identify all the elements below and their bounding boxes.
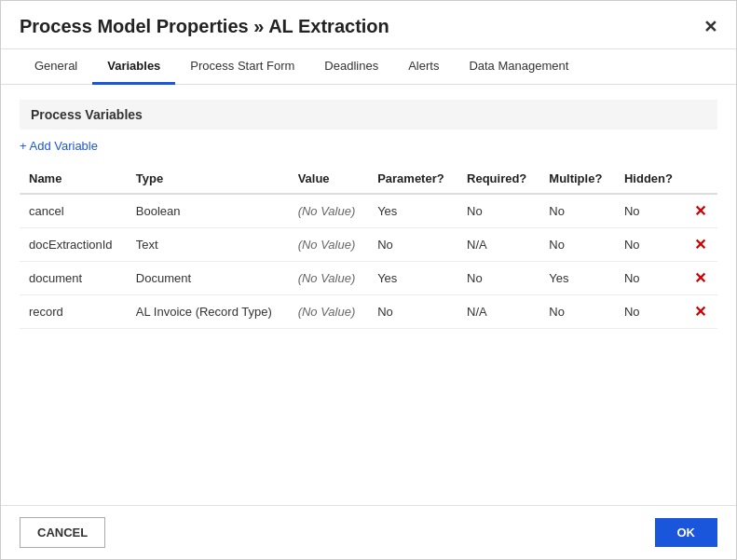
cell-2-5: Yes xyxy=(539,262,615,295)
cell-1-2: (No Value) xyxy=(289,228,369,262)
cell-2-2: (No Value) xyxy=(289,262,369,295)
col-header-1: Type xyxy=(127,164,289,194)
cell-3-4: N/A xyxy=(457,295,539,329)
tab-bar: GeneralVariablesProcess Start FormDeadli… xyxy=(1,49,736,85)
variables-table: NameTypeValueParameter?Required?Multiple… xyxy=(20,164,717,329)
cell-3-5: No xyxy=(539,295,615,329)
delete-row-button-3[interactable]: ✕ xyxy=(694,303,706,321)
ok-button[interactable]: OK xyxy=(655,518,718,547)
cell-0-3: Yes xyxy=(368,194,457,228)
tab-variables[interactable]: Variables xyxy=(92,49,175,85)
tab-data-management[interactable]: Data Management xyxy=(454,49,583,85)
table-row: recordAL Invoice (Record Type)(No Value)… xyxy=(20,295,717,329)
cell-3-3: No xyxy=(368,295,457,329)
cell-2-1: Document xyxy=(127,262,289,295)
cell-0-4: No xyxy=(457,194,539,228)
col-header-7 xyxy=(685,164,717,194)
table-body: cancelBoolean(No Value)YesNoNoNo✕docExtr… xyxy=(20,194,717,329)
modal-footer: CANCEL OK xyxy=(1,505,736,559)
section-title: Process Variables xyxy=(20,100,717,130)
modal-body: Process Variables + Add Variable NameTyp… xyxy=(1,85,736,505)
cell-0-0[interactable]: cancel xyxy=(20,194,127,228)
delete-row-button-2[interactable]: ✕ xyxy=(694,269,706,287)
cell-1-5: No xyxy=(539,228,615,262)
cell-1-6: No xyxy=(615,228,685,262)
cell-0-5: No xyxy=(539,194,615,228)
cell-3-6: No xyxy=(615,295,685,329)
col-header-2: Value xyxy=(289,164,369,194)
tab-deadlines[interactable]: Deadlines xyxy=(309,49,393,85)
cell-2-4: No xyxy=(457,262,539,295)
delete-row-button-0[interactable]: ✕ xyxy=(694,202,706,220)
tab-process-start-form[interactable]: Process Start Form xyxy=(175,49,309,85)
header-row: NameTypeValueParameter?Required?Multiple… xyxy=(20,164,717,194)
cell-0-6: No xyxy=(615,194,685,228)
cell-2-0[interactable]: document xyxy=(20,262,127,295)
col-header-0: Name xyxy=(20,164,127,194)
delete-cell-3: ✕ xyxy=(685,295,717,329)
cell-1-1: Text xyxy=(127,228,289,262)
cell-1-3: No xyxy=(368,228,457,262)
cell-0-2: (No Value) xyxy=(289,194,369,228)
cell-1-4: N/A xyxy=(457,228,539,262)
table-row: documentDocument(No Value)YesNoYesNo✕ xyxy=(20,262,717,295)
delete-cell-2: ✕ xyxy=(685,262,717,295)
col-header-3: Parameter? xyxy=(368,164,457,194)
cell-0-1: Boolean xyxy=(127,194,289,228)
cell-2-6: No xyxy=(615,262,685,295)
table-row: docExtractionIdText(No Value)NoN/ANoNo✕ xyxy=(20,228,717,262)
cell-3-2: (No Value) xyxy=(289,295,369,329)
delete-cell-0: ✕ xyxy=(685,194,717,228)
cell-2-3: Yes xyxy=(368,262,457,295)
table-header: NameTypeValueParameter?Required?Multiple… xyxy=(20,164,717,194)
tab-alerts[interactable]: Alerts xyxy=(393,49,454,85)
cell-3-1: AL Invoice (Record Type) xyxy=(127,295,289,329)
col-header-6: Hidden? xyxy=(615,164,685,194)
cell-3-0[interactable]: record xyxy=(20,295,127,329)
col-header-4: Required? xyxy=(457,164,539,194)
modal-title: Process Model Properties » AL Extraction xyxy=(20,16,389,37)
close-button[interactable]: ✕ xyxy=(703,17,717,37)
add-variable-button[interactable]: + Add Variable xyxy=(20,139,98,153)
modal-header: Process Model Properties » AL Extraction… xyxy=(1,1,736,49)
modal: Process Model Properties » AL Extraction… xyxy=(0,0,737,560)
col-header-5: Multiple? xyxy=(539,164,615,194)
tab-general[interactable]: General xyxy=(20,49,92,85)
cancel-button[interactable]: CANCEL xyxy=(20,517,105,548)
delete-row-button-1[interactable]: ✕ xyxy=(694,236,706,253)
delete-cell-1: ✕ xyxy=(685,228,717,262)
cell-1-0[interactable]: docExtractionId xyxy=(20,228,127,262)
table-row: cancelBoolean(No Value)YesNoNoNo✕ xyxy=(20,194,717,228)
